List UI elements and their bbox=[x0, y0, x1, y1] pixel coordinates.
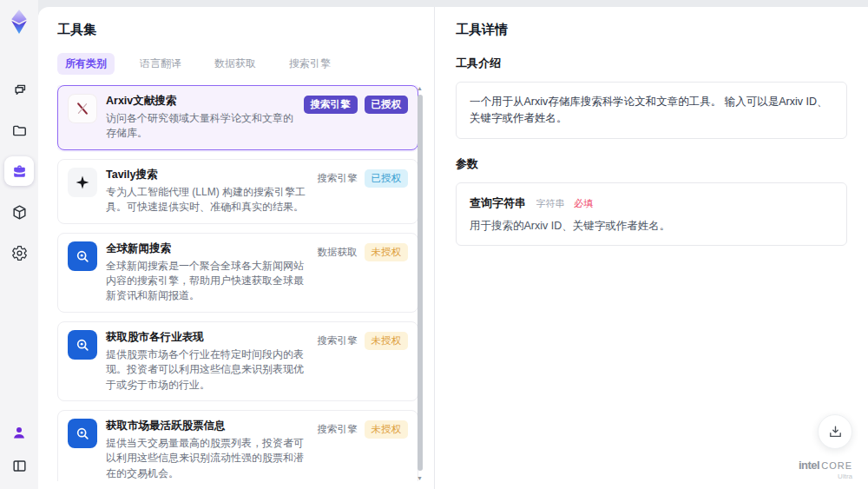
params-heading: 参数 bbox=[456, 156, 847, 172]
chat-icon[interactable] bbox=[4, 75, 34, 104]
folder-icon[interactable] bbox=[4, 116, 34, 145]
tool-description: 全球新闻搜索是一个聚合全球各大新闻网站内容的搜索引擎，帮助用户快速获取全球最新资… bbox=[106, 259, 309, 304]
sidebar-bottom bbox=[6, 420, 32, 479]
tool-category-badge: 搜索引擎 bbox=[318, 423, 358, 436]
tool-description: 提供当天交易量最高的股票列表，投资者可以利用这些信息来识别流动性强的股票和潜在的… bbox=[106, 436, 309, 481]
brand-core: CORE bbox=[821, 460, 852, 471]
tool-auth-badge: 未授权 bbox=[365, 243, 409, 261]
scroll-up-icon[interactable]: ▲ bbox=[416, 85, 424, 92]
brand-ultra: Ultra bbox=[799, 473, 852, 480]
tool-category-badge: 搜索引擎 bbox=[318, 334, 358, 347]
news-search-icon bbox=[68, 419, 97, 448]
tool-card[interactable]: 获取市场最活跃股票信息 提供当天交易量最高的股票列表，投资者可以利用这些信息来识… bbox=[57, 410, 418, 481]
tool-card[interactable]: Tavily搜索 专为人工智能代理 (LLM) 构建的搜索引擎工具。可快速提供实… bbox=[57, 159, 418, 224]
arxiv-icon bbox=[68, 94, 97, 123]
tool-auth-badge: 未授权 bbox=[365, 332, 409, 350]
category-tab[interactable]: 语言翻译 bbox=[132, 53, 189, 75]
panel-toggle-icon[interactable] bbox=[6, 453, 32, 479]
tool-auth-badge: 已授权 bbox=[365, 169, 409, 188]
detail-title: 工具详情 bbox=[456, 22, 847, 38]
tool-auth-badge: 未授权 bbox=[365, 420, 409, 439]
app-logo-icon bbox=[7, 9, 31, 35]
download-icon bbox=[827, 424, 844, 440]
intro-heading: 工具介绍 bbox=[456, 56, 847, 71]
settings-icon[interactable] bbox=[4, 238, 34, 268]
tool-card[interactable]: Arxiv文献搜索 访问各个研究领域大量科学论文和文章的存储库。 搜索引擎 已授… bbox=[57, 85, 418, 150]
brand-intel: intel bbox=[799, 459, 819, 472]
package-icon[interactable] bbox=[4, 197, 34, 227]
user-icon[interactable] bbox=[6, 420, 32, 446]
category-tab[interactable]: 所有类别 bbox=[57, 53, 115, 75]
tool-name: 全球新闻搜索 bbox=[106, 241, 309, 256]
tool-list: Arxiv文献搜索 访问各个研究领域大量科学论文和文章的存储库。 搜索引擎 已授… bbox=[57, 85, 418, 481]
tool-description: 专为人工智能代理 (LLM) 构建的搜索引擎工具。可快速提供实时、准确和真实的结… bbox=[106, 185, 309, 215]
category-tab[interactable]: 搜索引擎 bbox=[281, 53, 339, 75]
news-search-icon bbox=[68, 330, 97, 360]
param-name: 查询字符串 bbox=[470, 196, 526, 209]
download-button[interactable] bbox=[818, 414, 852, 449]
tools-list-panel: 工具集 所有类别语言翻译数据获取搜索引擎 Arxiv文献搜索 访问各个研究领域大… bbox=[38, 7, 434, 489]
params-box: 查询字符串 字符串 必填 用于搜索的Arxiv ID、关键字或作者姓名。 bbox=[456, 182, 847, 246]
tool-name: Tavily搜索 bbox=[106, 168, 309, 182]
sidebar bbox=[0, 0, 38, 489]
page-title: 工具集 bbox=[57, 22, 434, 38]
intro-text: 一个用于从Arxiv存储库搜索科学论文和文章的工具。 输入可以是Arxiv ID… bbox=[470, 94, 833, 127]
intro-box: 一个用于从Arxiv存储库搜索科学论文和文章的工具。 输入可以是Arxiv ID… bbox=[456, 82, 847, 139]
param-description: 用于搜索的Arxiv ID、关键字或作者姓名。 bbox=[470, 219, 833, 234]
tool-category-badge: 搜索引擎 bbox=[304, 96, 358, 114]
category-tab[interactable]: 数据获取 bbox=[207, 53, 264, 75]
category-tabs: 所有类别语言翻译数据获取搜索引擎 bbox=[57, 53, 434, 75]
tool-name: 获取市场最活跃股票信息 bbox=[106, 419, 309, 433]
tool-card[interactable]: 全球新闻搜索 全球新闻搜索是一个聚合全球各大新闻网站内容的搜索引擎，帮助用户快速… bbox=[57, 233, 418, 313]
tavily-icon bbox=[68, 168, 97, 197]
param-type: 字符串 bbox=[536, 198, 564, 208]
sidebar-nav bbox=[4, 75, 34, 268]
param-required-badge: 必填 bbox=[574, 198, 593, 208]
tool-category-badge: 搜索引擎 bbox=[318, 172, 358, 185]
tool-category-badge: 数据获取 bbox=[318, 246, 358, 259]
list-scrollbar[interactable]: ▲ ▼ bbox=[416, 85, 424, 482]
tool-description: 提供股票市场各个行业在特定时间段内的表现。投资者可以利用这些信息来识别表现优于或… bbox=[106, 347, 309, 393]
scrollbar-thumb[interactable] bbox=[418, 95, 423, 471]
toolbox-icon[interactable] bbox=[4, 156, 34, 186]
tool-auth-badge: 已授权 bbox=[365, 96, 409, 114]
tool-card[interactable]: 获取股市各行业表现 提供股票市场各个行业在特定时间段内的表现。投资者可以利用这些… bbox=[57, 321, 418, 401]
news-search-icon bbox=[68, 241, 97, 271]
main-content: 工具集 所有类别语言翻译数据获取搜索引擎 Arxiv文献搜索 访问各个研究领域大… bbox=[38, 7, 868, 489]
scroll-down-icon[interactable]: ▼ bbox=[416, 475, 424, 482]
tool-name: 获取股市各行业表现 bbox=[106, 330, 309, 345]
parameter-item: 查询字符串 字符串 必填 用于搜索的Arxiv ID、关键字或作者姓名。 bbox=[470, 195, 833, 234]
app-window: 工具集 所有类别语言翻译数据获取搜索引擎 Arxiv文献搜索 访问各个研究领域大… bbox=[0, 0, 868, 489]
tool-description: 访问各个研究领域大量科学论文和文章的存储库。 bbox=[106, 111, 295, 142]
tool-detail-panel: 工具详情 工具介绍 一个用于从Arxiv存储库搜索科学论文和文章的工具。 输入可… bbox=[434, 7, 868, 489]
intel-core-logo: intelCORE Ultra bbox=[799, 458, 852, 480]
tool-name: Arxiv文献搜索 bbox=[106, 94, 295, 109]
